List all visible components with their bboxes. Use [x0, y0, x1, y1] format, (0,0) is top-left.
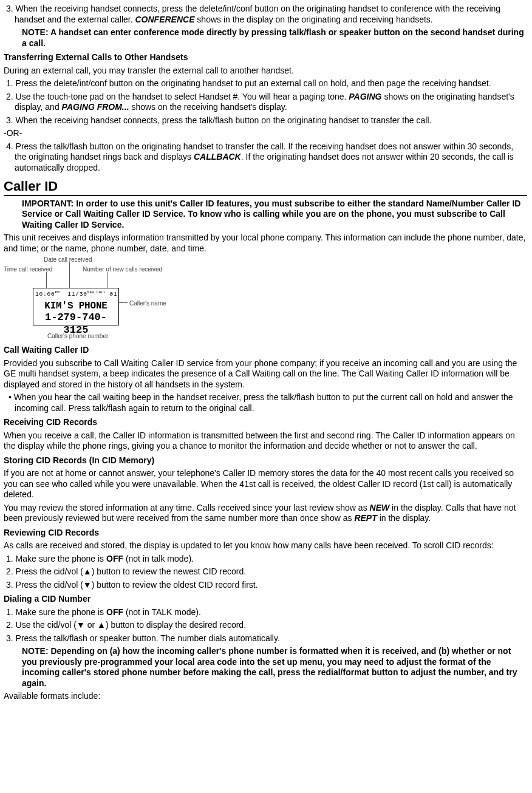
available-formats: Available formats include:	[4, 691, 527, 702]
review-step-2: 2. Press the cid/vol (▲) button to revie…	[4, 567, 527, 577]
fig-label-date: Date call received	[44, 256, 92, 264]
review-step-3: 3. Press the cid/vol (▼) button to revie…	[4, 580, 527, 591]
lcd-row-3: 1-279-740-3125	[33, 311, 118, 337]
dial-step-1: 1. Make sure the phone is OFF (not in TA…	[4, 607, 527, 618]
call-waiting-bullet: • When you hear the call waiting beep in…	[4, 392, 527, 414]
fig-label-time: Time call received	[4, 266, 52, 274]
fig-label-caller-name: Caller's name	[129, 300, 166, 308]
review-step-1: 1. Make sure the phone is OFF (not in ta…	[4, 554, 527, 565]
dial-note: NOTE: Depending on (a) how the incoming …	[4, 646, 527, 689]
lcd-row-1: 10:00PM 11/30NEW CALL 01	[35, 290, 118, 298]
storing-cid-para-1: If you are not at home or cannot answer,…	[4, 468, 527, 500]
call-waiting-heading: Call Waiting Caller ID	[4, 345, 527, 356]
caller-id-important: IMPORTANT: In order to use this unit's C…	[4, 199, 527, 231]
transfer-intro: During an external call, you may transfe…	[4, 66, 527, 77]
reviewing-cid-para: As calls are received and stored, the di…	[4, 540, 527, 551]
caller-id-intro: This unit receives and displays informat…	[4, 233, 527, 254]
dial-step-2: 2. Use the cid/vol (▼ or ▲) button to di…	[4, 620, 527, 631]
call-waiting-para: Provided you subscribe to Call Waiting C…	[4, 358, 527, 390]
reviewing-cid-heading: Reviewing CID Records	[4, 528, 527, 539]
receiving-cid-heading: Receiving CID Records	[4, 417, 527, 428]
fig-label-newcalls: Number of new calls received	[83, 266, 162, 274]
lcd-screen: 10:00PM 11/30NEW CALL 01 KIM'S PHONE 1-2…	[33, 288, 119, 325]
transfer-step-3: 3. When the receiving handset connects, …	[4, 115, 527, 126]
storing-cid-heading: Storing CID Records (In CID Memory)	[4, 455, 527, 466]
caller-id-title: Caller ID	[4, 178, 527, 196]
transfer-step-4: 4. Press the talk/flash button on the or…	[4, 141, 527, 174]
receiving-cid-para: When you receive a call, the Caller ID i…	[4, 431, 527, 452]
dial-step-3: 3. Press the talk/flash or speaker butto…	[4, 633, 527, 644]
transfer-or: -OR-	[4, 128, 527, 139]
storing-cid-para-2: You may review the stored information at…	[4, 503, 527, 524]
transfer-step-1: 1. Press the delete/int/conf button on t…	[4, 78, 527, 89]
transfer-step-2: 2. Use the touch-tone pad on the handset…	[4, 92, 527, 113]
dialing-cid-heading: Dialing a CID Number	[4, 594, 527, 605]
conference-note: NOTE: A handset can enter conference mod…	[4, 27, 527, 49]
transfer-heading: Transferring External Calls to Other Han…	[4, 52, 527, 63]
conference-step-3: 3. When the receiving handset connects, …	[4, 4, 527, 25]
caller-id-display-figure: Date call received Time call received Nu…	[4, 256, 204, 341]
